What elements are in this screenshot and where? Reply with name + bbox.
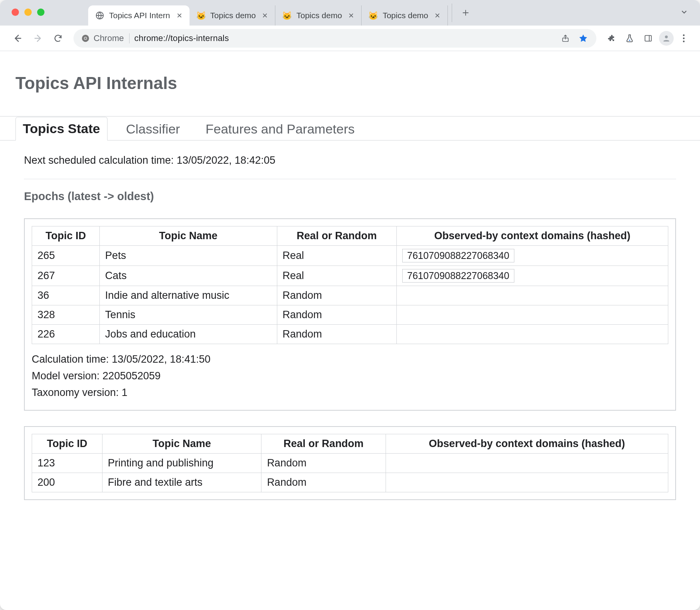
page-title: Topics API Internals bbox=[15, 74, 685, 93]
close-icon[interactable] bbox=[176, 12, 183, 19]
epoch-metadata: Calculation time: 13/05/2022, 18:41:50 M… bbox=[32, 351, 668, 401]
calc-time-label: Calculation time: bbox=[32, 353, 112, 365]
table-row: 267 Cats Real 7610709088227068340 bbox=[32, 266, 668, 286]
topics-table: Topic ID Topic Name Real or Random Obser… bbox=[32, 226, 668, 344]
reload-button[interactable] bbox=[50, 30, 67, 47]
cell-hash: 7610709088227068340 bbox=[396, 266, 668, 286]
browser-tab[interactable]: 🐱 Topics demo bbox=[275, 5, 362, 26]
model-version-label: Model version: bbox=[32, 370, 102, 382]
topics-table: Topic ID Topic Name Real or Random Obser… bbox=[32, 434, 668, 492]
table-header-row: Topic ID Topic Name Real or Random Obser… bbox=[32, 226, 668, 246]
browser-tab[interactable]: 🐱 Topics demo bbox=[190, 5, 276, 26]
cell-hash bbox=[396, 286, 668, 305]
browser-tabs: Topics API Intern 🐱 Topics demo 🐱 Topics… bbox=[88, 0, 694, 26]
cat-icon: 🐱 bbox=[196, 11, 206, 20]
close-icon[interactable] bbox=[262, 12, 268, 19]
cell-topic-name: Printing and publishing bbox=[102, 453, 261, 473]
cell-hash bbox=[396, 305, 668, 325]
table-row: 36 Indie and alternative music Random bbox=[32, 286, 668, 305]
taxonomy-version-label: Taxonomy version: bbox=[32, 387, 122, 398]
tab-label: Features and Parameters bbox=[205, 122, 355, 136]
model-version: 2205052059 bbox=[102, 370, 160, 382]
window-minimize-button[interactable] bbox=[24, 9, 32, 16]
col-topic-name: Topic Name bbox=[102, 434, 261, 453]
chrome-icon bbox=[81, 34, 90, 43]
menu-button[interactable] bbox=[677, 34, 691, 43]
cell-kind: Random bbox=[277, 305, 396, 325]
cell-kind: Random bbox=[261, 453, 386, 473]
new-tab-button[interactable] bbox=[452, 3, 470, 22]
epoch-card: Topic ID Topic Name Real or Random Obser… bbox=[24, 218, 676, 411]
table-row: 226 Jobs and education Random bbox=[32, 325, 668, 344]
browser-tab-label: Topics demo bbox=[382, 11, 428, 20]
next-calc-time: 13/05/2022, 18:42:05 bbox=[177, 154, 275, 166]
window-maximize-button[interactable] bbox=[37, 9, 44, 16]
cat-icon: 🐱 bbox=[369, 11, 378, 20]
col-observed-hashed: Observed-by context domains (hashed) bbox=[386, 434, 668, 453]
cell-topic-name: Cats bbox=[99, 266, 277, 286]
site-chip-label: Chrome bbox=[94, 33, 124, 43]
browser-tab-label: Topics demo bbox=[210, 11, 256, 20]
site-chip: Chrome bbox=[81, 33, 130, 43]
tab-panel-topics-state: Next scheduled calculation time: 13/05/2… bbox=[15, 141, 685, 500]
browser-toolbar: Chrome chrome://topics-internals bbox=[0, 26, 700, 51]
window-controls bbox=[12, 9, 44, 16]
profile-avatar[interactable] bbox=[659, 31, 674, 46]
close-icon[interactable] bbox=[348, 12, 354, 19]
tab-strip: Topics API Intern 🐱 Topics demo 🐱 Topics… bbox=[0, 0, 700, 26]
sidepanel-icon[interactable] bbox=[640, 31, 656, 46]
tab-classifier[interactable]: Classifier bbox=[119, 118, 187, 141]
cell-kind: Real bbox=[277, 266, 396, 286]
page-content: Topics API Internals Topics State Classi… bbox=[0, 51, 700, 610]
cell-kind: Random bbox=[277, 286, 396, 305]
col-topic-id: Topic ID bbox=[32, 434, 102, 453]
cell-topic-id: 328 bbox=[32, 305, 100, 325]
tab-features-parameters[interactable]: Features and Parameters bbox=[198, 118, 362, 141]
table-row: 265 Pets Real 7610709088227068340 bbox=[32, 246, 668, 266]
cell-topic-name: Jobs and education bbox=[99, 325, 277, 344]
col-real-random: Real or Random bbox=[261, 434, 386, 453]
svg-point-8 bbox=[683, 34, 685, 36]
cell-topic-name: Indie and alternative music bbox=[99, 286, 277, 305]
next-calc-label: Next scheduled calculation time: bbox=[24, 154, 177, 166]
content-tabs: Topics State Classifier Features and Par… bbox=[15, 117, 685, 141]
cell-hash bbox=[386, 453, 668, 473]
calc-time: 13/05/2022, 18:41:50 bbox=[112, 353, 210, 365]
divider bbox=[24, 179, 676, 179]
share-icon[interactable] bbox=[558, 31, 573, 46]
svg-point-3 bbox=[84, 37, 87, 39]
col-observed-hashed: Observed-by context domains (hashed) bbox=[396, 226, 668, 246]
col-topic-name: Topic Name bbox=[99, 226, 277, 246]
svg-point-10 bbox=[683, 40, 685, 42]
table-row: 328 Tennis Random bbox=[32, 305, 668, 325]
labs-flask-icon[interactable] bbox=[622, 31, 637, 46]
cell-topic-id: 200 bbox=[32, 473, 102, 492]
browser-tab[interactable]: 🐱 Topics demo bbox=[362, 5, 448, 26]
svg-point-7 bbox=[665, 35, 668, 38]
cat-icon: 🐱 bbox=[282, 11, 292, 20]
cell-hash bbox=[386, 473, 668, 492]
col-real-random: Real or Random bbox=[277, 226, 396, 246]
cell-kind: Random bbox=[261, 473, 386, 492]
tab-label: Classifier bbox=[126, 122, 180, 136]
url-text: chrome://topics-internals bbox=[134, 33, 229, 43]
cell-hash bbox=[396, 325, 668, 344]
browser-tab-active[interactable]: Topics API Intern bbox=[88, 5, 190, 26]
bookmark-star-icon[interactable] bbox=[575, 31, 591, 46]
svg-point-9 bbox=[683, 37, 685, 39]
close-icon[interactable] bbox=[434, 12, 440, 19]
epochs-heading: Epochs (latest -> oldest) bbox=[24, 190, 676, 203]
cell-hash: 7610709088227068340 bbox=[396, 246, 668, 266]
tab-topics-state[interactable]: Topics State bbox=[15, 117, 108, 141]
window-close-button[interactable] bbox=[12, 9, 19, 16]
table-row: 200 Fibre and textile arts Random bbox=[32, 473, 668, 492]
content-tabs-container: Topics State Classifier Features and Par… bbox=[0, 116, 700, 141]
browser-tab-label: Topics API Intern bbox=[109, 11, 170, 20]
hash-chip: 7610709088227068340 bbox=[402, 269, 514, 283]
tab-overflow-button[interactable] bbox=[680, 8, 688, 16]
back-button[interactable] bbox=[9, 30, 26, 47]
table-row: 123 Printing and publishing Random bbox=[32, 453, 668, 473]
address-bar[interactable]: Chrome chrome://topics-internals bbox=[73, 29, 596, 48]
extensions-icon[interactable] bbox=[603, 31, 619, 46]
forward-button[interactable] bbox=[29, 30, 46, 47]
